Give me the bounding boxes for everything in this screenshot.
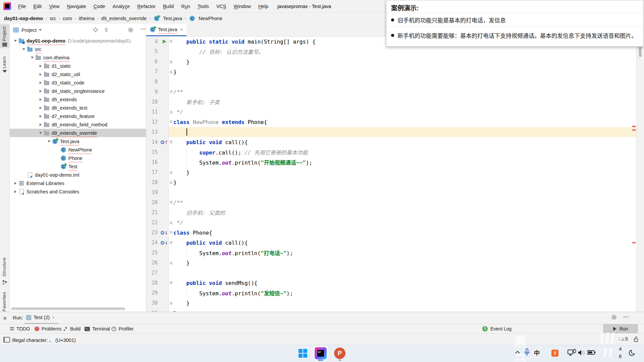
tree-row-d3-static-code[interactable]: d3_static_code	[10, 78, 146, 87]
code-line-26[interactable]: 26 }	[146, 258, 637, 268]
fold-marker-icon[interactable]	[169, 278, 173, 288]
code-line-29[interactable]: 29 System.out.println("发短信~");	[146, 288, 637, 298]
code-line-15[interactable]: 15 super.call(); // 先用它爸爸的基本功能	[146, 147, 637, 157]
chevron-right-icon[interactable]	[38, 73, 43, 76]
overridden-method-icon[interactable]: ↓	[160, 238, 169, 248]
code-line-27[interactable]: 27	[146, 268, 637, 278]
taskbar-intellij-button[interactable]	[313, 346, 328, 361]
tray-battery-icon[interactable]	[587, 350, 596, 355]
menu-item-window[interactable]: Window	[231, 3, 254, 10]
fold-marker-icon[interactable]	[169, 298, 173, 308]
menu-item-vcs[interactable]: VCS	[214, 3, 229, 10]
fold-marker-icon[interactable]	[169, 238, 173, 248]
run-button[interactable]: Run	[603, 324, 638, 334]
menu-item-analyze[interactable]: Analyze	[110, 3, 132, 10]
code-line-18[interactable]: 18}	[146, 177, 637, 187]
code-line-11[interactable]: 11 */	[146, 107, 637, 117]
code-editor[interactable]: 4 public static void main(String[] args)…	[146, 37, 637, 312]
tray-chevron-up-icon[interactable]	[515, 351, 520, 354]
tree-row-test[interactable]: Test	[10, 162, 146, 171]
chevron-right-icon[interactable]	[38, 81, 43, 84]
tray-ime-indicator[interactable]: 中	[534, 349, 540, 357]
project-panel-title[interactable]: Project	[21, 27, 37, 33]
tree-row-d8-extends-field-method[interactable]: d8_extends_field_method	[10, 120, 146, 129]
overridden-method-icon[interactable]: ↓	[160, 228, 169, 238]
tool-tab-learn[interactable]: Learn	[2, 56, 7, 68]
fold-marker-icon[interactable]	[169, 167, 173, 177]
code-line-30[interactable]: 30 }	[146, 298, 637, 308]
chevron-right-icon[interactable]	[38, 65, 43, 67]
tree-row-day01-oop-demo-iml[interactable]: day01-oop-demo.iml	[10, 171, 146, 179]
menu-item-run[interactable]: Run	[179, 3, 193, 10]
code-line-21[interactable]: 21 旧手机: 父类的	[146, 207, 637, 218]
chevron-down-icon[interactable]	[38, 132, 43, 134]
tool-tab-problems[interactable]: Problems	[35, 324, 61, 334]
windows-start-button[interactable]	[299, 349, 307, 358]
breadcrumb-item[interactable]: src	[50, 16, 56, 21]
breadcrumb-item[interactable]: Test.java	[153, 16, 182, 21]
breadcrumb-item[interactable]: itheima	[79, 16, 95, 21]
tool-tab-todo[interactable]: TODO	[10, 324, 30, 334]
code-line-12[interactable]: 12class NewPhone extends Phone{	[146, 117, 637, 127]
menu-item-view[interactable]: View	[47, 3, 62, 10]
chevron-right-icon[interactable]	[38, 123, 43, 126]
breadcrumb-item[interactable]: d9_extends_override	[101, 16, 147, 21]
tree-row-com-itheima[interactable]: com.itheima	[10, 53, 146, 62]
tree-row-test-java[interactable]: Test.java	[10, 137, 146, 145]
tool-tab-project[interactable]: Project	[2, 26, 7, 41]
settings-gear-icon[interactable]	[128, 27, 133, 33]
menu-item-help[interactable]: Help	[256, 3, 271, 10]
chevron-right-icon[interactable]	[38, 98, 43, 101]
code-line-9[interactable]: 9/**	[146, 87, 637, 97]
fold-marker-icon[interactable]	[169, 137, 173, 147]
menu-item-file[interactable]: File	[16, 3, 28, 10]
locate-file-icon[interactable]	[93, 27, 98, 33]
fold-marker-icon[interactable]	[169, 37, 173, 47]
chevron-down-icon[interactable]	[39, 29, 42, 31]
tree-row-d2-static-util[interactable]: d2_static_util	[10, 70, 146, 78]
tree-row-day01-oop-demo[interactable]: day01-oop-demoD:\code\javasepromax\day01…	[10, 37, 146, 45]
taskbar-clock-bottom[interactable]: 6	[619, 353, 622, 359]
error-stripe-mark[interactable]	[632, 242, 636, 243]
fold-marker-icon[interactable]	[169, 117, 173, 127]
tool-tab-build[interactable]: Build	[63, 324, 80, 334]
overriding-method-icon[interactable]: ↑	[160, 137, 169, 147]
hide-panel-icon[interactable]: —	[141, 26, 146, 32]
chevron-right-icon[interactable]	[38, 115, 43, 118]
tree-row-phone[interactable]: Phone	[10, 154, 146, 162]
taskbar-clock-top[interactable]: 4	[619, 346, 622, 352]
code-line-14[interactable]: 14↑ public void call(){	[146, 137, 637, 147]
tree-row-d1-static[interactable]: d1_static	[10, 62, 146, 70]
fold-marker-icon[interactable]	[169, 107, 173, 117]
chevron-down-icon[interactable]	[12, 40, 18, 42]
tray-sogou-icon[interactable]: S	[551, 350, 558, 357]
chevron-right-icon[interactable]	[38, 107, 43, 109]
code-line-24[interactable]: 24↓ public void call(){	[146, 238, 637, 248]
collapse-all-icon[interactable]	[104, 27, 109, 33]
chevron-right-icon[interactable]	[38, 90, 43, 93]
code-line-16[interactable]: 16 System.out.println("开始视频通话~~");	[146, 157, 637, 167]
toolwindow-toggle-icon[interactable]	[3, 337, 10, 343]
star-icon[interactable]: ★	[2, 315, 7, 322]
run-tab-test[interactable]: Test (2) ×	[26, 315, 55, 320]
error-stripe-mark[interactable]	[632, 129, 636, 131]
minimize-panel-icon[interactable]: —	[623, 314, 629, 320]
code-line-5[interactable]: 5 // 目标: 认识方法重写。	[146, 47, 637, 57]
tree-row-external-libraries[interactable]: External Libraries	[10, 179, 146, 187]
code-line-8[interactable]: 8	[146, 77, 637, 87]
code-line-28[interactable]: 28 public void sendMsg(){	[146, 278, 637, 288]
tray-speaker-icon[interactable]	[578, 349, 586, 356]
code-line-17[interactable]: 17 }	[146, 167, 637, 177]
chevron-down-icon[interactable]	[46, 140, 52, 142]
fold-marker-icon[interactable]	[169, 228, 173, 238]
tree-row-d5-extends[interactable]: d5_extends	[10, 95, 146, 104]
tool-tab-favorites[interactable]: Favorites	[2, 292, 7, 311]
tree-row-d4-static-singleinstance[interactable]: d4_static_singleinstance	[10, 87, 146, 95]
tree-row-d6-extends-test[interactable]: d6_extends_test	[10, 104, 146, 112]
fold-marker-icon[interactable]	[169, 57, 173, 67]
code-line-10[interactable]: 10 新手机: 子类	[146, 97, 637, 107]
tree-row-d9-extends-override[interactable]: d9_extends_override	[10, 129, 146, 137]
code-line-20[interactable]: 20/**	[146, 197, 637, 207]
menu-item-navigate[interactable]: Navigate	[65, 3, 89, 10]
code-line-23[interactable]: 23↓class Phone{	[146, 228, 637, 238]
